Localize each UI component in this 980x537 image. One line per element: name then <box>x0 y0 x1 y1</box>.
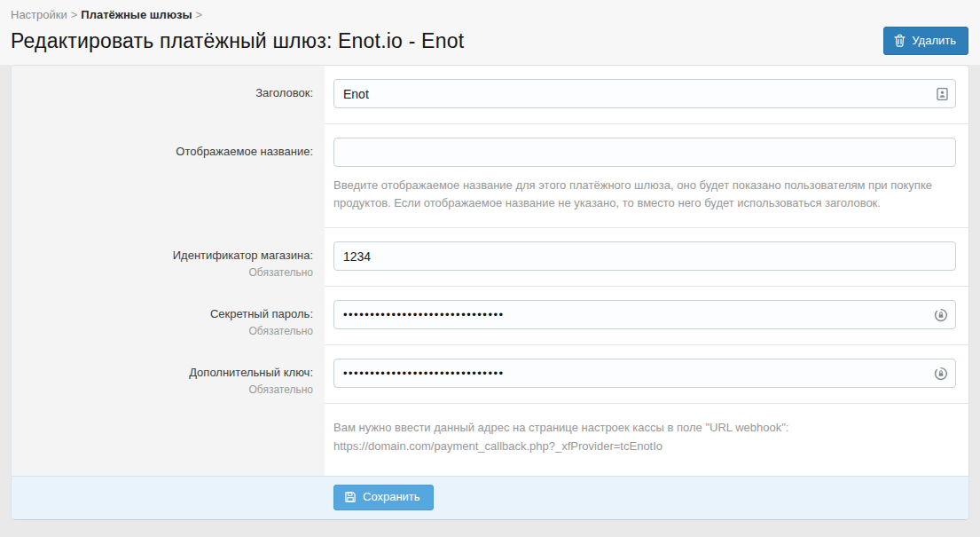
secret-password-input[interactable] <box>333 300 956 329</box>
secret-password-required-note: Обязательно <box>19 325 313 337</box>
display-name-input[interactable] <box>333 138 956 167</box>
floppy-disk-icon <box>344 491 357 503</box>
delete-button[interactable]: Удалить <box>883 27 968 55</box>
form-row-webhook-note: Вам нужно ввести данный адрес на страниц… <box>12 404 968 476</box>
breadcrumb-settings[interactable]: Настройки <box>11 8 67 21</box>
form-row-display-name: Отображаемое название: Введите отображае… <box>12 124 968 228</box>
delete-button-label: Удалить <box>912 35 956 46</box>
shop-id-input[interactable] <box>333 241 956 271</box>
display-name-label: Отображаемое название: <box>19 145 313 159</box>
title-input[interactable] <box>333 79 956 108</box>
shop-id-label: Идентификатор магазина: <box>19 249 313 263</box>
shop-id-required-note: Обязательно <box>19 266 313 279</box>
page-header: Настройки>Платёжные шлюзы> Редактировать… <box>0 0 980 65</box>
trash-icon <box>894 34 906 47</box>
display-name-explanation: Введите отображаемое название для этого … <box>333 177 954 212</box>
title-label: Заголовок: <box>19 86 313 100</box>
extra-key-label: Дополнительный ключ: <box>19 366 313 380</box>
webhook-note-line1: Вам нужно ввести данный адрес на страниц… <box>333 419 956 438</box>
form-row-title: Заголовок: <box>12 66 968 124</box>
payment-gateway-form: Заголовок: Отображаемое название: Введит… <box>11 65 969 520</box>
secret-password-label: Секретный пароль: <box>19 307 313 321</box>
webhook-url: https://domain.com/payment_callback.php?… <box>333 438 956 456</box>
lock-circle-icon[interactable] <box>934 367 948 381</box>
form-row-shop-id: Идентификатор магазина: Обязательно <box>12 228 968 287</box>
breadcrumb: Настройки>Платёжные шлюзы> <box>11 8 968 22</box>
form-row-secret-password: Секретный пароль: Обязательно <box>12 287 968 345</box>
page-title: Редактировать платёжный шлюз: Enot.io - … <box>11 29 464 53</box>
id-card-icon[interactable] <box>937 87 948 100</box>
extra-key-required-note: Обязательно <box>19 383 313 396</box>
lock-circle-icon[interactable] <box>934 308 948 322</box>
breadcrumb-separator: > <box>71 8 78 21</box>
submit-row: Сохранить <box>12 476 968 519</box>
breadcrumb-payment-gateways[interactable]: Платёжные шлюзы <box>81 8 192 21</box>
form-row-extra-key: Дополнительный ключ: Обязательно <box>12 345 968 404</box>
breadcrumb-separator: > <box>196 8 203 21</box>
extra-key-input[interactable] <box>333 359 956 388</box>
save-button-label: Сохранить <box>363 491 420 502</box>
save-button[interactable]: Сохранить <box>333 485 434 510</box>
